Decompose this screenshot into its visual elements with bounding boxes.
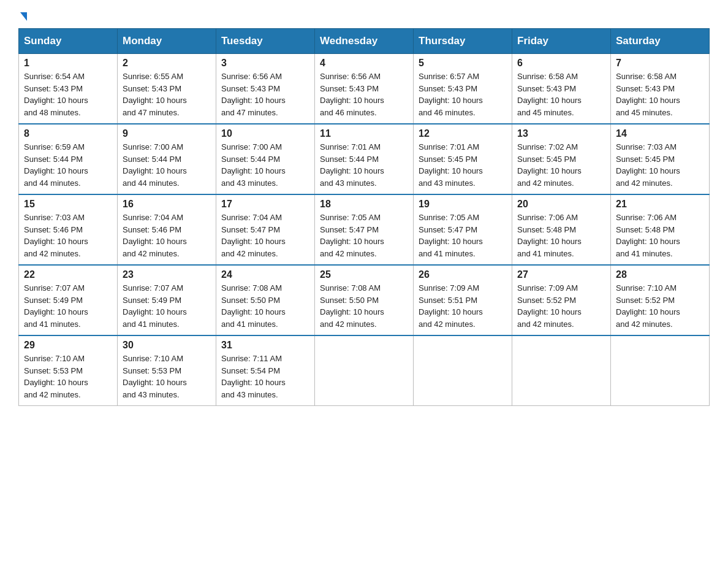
day-info: Sunrise: 7:00 AMSunset: 5:44 PMDaylight:… (221, 142, 286, 188)
day-info: Sunrise: 7:04 AMSunset: 5:46 PMDaylight:… (123, 213, 187, 258)
day-header-thursday: Thursday (414, 29, 512, 54)
day-header-wednesday: Wednesday (315, 29, 414, 54)
day-header-sunday: Sunday (19, 29, 118, 54)
day-number: 6 (517, 58, 605, 69)
day-info: Sunrise: 7:10 AMSunset: 5:53 PMDaylight:… (24, 354, 88, 399)
day-info: Sunrise: 7:06 AMSunset: 5:48 PMDaylight:… (517, 213, 582, 258)
day-number: 17 (221, 199, 309, 210)
day-info: Sunrise: 6:54 AMSunset: 5:43 PMDaylight:… (24, 72, 88, 117)
day-number: 24 (221, 269, 309, 280)
day-info: Sunrise: 6:59 AMSunset: 5:44 PMDaylight:… (24, 142, 88, 188)
day-number: 9 (123, 128, 211, 139)
calendar-cell: 24 Sunrise: 7:08 AMSunset: 5:50 PMDaylig… (216, 265, 315, 335)
day-info: Sunrise: 7:07 AMSunset: 5:49 PMDaylight:… (123, 283, 187, 329)
calendar-cell: 9 Sunrise: 7:00 AMSunset: 5:44 PMDayligh… (118, 124, 216, 194)
day-info: Sunrise: 7:08 AMSunset: 5:50 PMDaylight:… (221, 283, 286, 329)
day-info: Sunrise: 7:06 AMSunset: 5:48 PMDaylight:… (616, 213, 680, 258)
calendar-cell: 13 Sunrise: 7:02 AMSunset: 5:45 PMDaylig… (512, 124, 611, 194)
day-number: 10 (221, 128, 309, 139)
day-number: 2 (123, 58, 211, 69)
calendar-cell (414, 335, 512, 406)
calendar-cell: 31 Sunrise: 7:11 AMSunset: 5:54 PMDaylig… (216, 335, 315, 406)
day-number: 30 (123, 340, 211, 351)
day-header-friday: Friday (512, 29, 611, 54)
calendar-cell: 5 Sunrise: 6:57 AMSunset: 5:43 PMDayligh… (414, 54, 512, 124)
day-number: 13 (517, 128, 605, 139)
page-header (18, 12, 710, 22)
day-number: 21 (616, 199, 704, 210)
calendar-cell: 26 Sunrise: 7:09 AMSunset: 5:51 PMDaylig… (414, 265, 512, 335)
calendar-cell: 2 Sunrise: 6:55 AMSunset: 5:43 PMDayligh… (118, 54, 216, 124)
calendar-cell: 28 Sunrise: 7:10 AMSunset: 5:52 PMDaylig… (611, 265, 710, 335)
day-number: 3 (221, 58, 309, 69)
day-number: 26 (419, 269, 507, 280)
logo-arrow-icon (20, 12, 27, 21)
day-info: Sunrise: 7:01 AMSunset: 5:45 PMDaylight:… (419, 142, 483, 188)
day-number: 4 (320, 58, 408, 69)
calendar-cell: 19 Sunrise: 7:05 AMSunset: 5:47 PMDaylig… (414, 194, 512, 265)
day-number: 20 (517, 199, 605, 210)
day-number: 5 (419, 58, 507, 69)
day-info: Sunrise: 7:01 AMSunset: 5:44 PMDaylight:… (320, 142, 384, 188)
day-number: 31 (221, 340, 309, 351)
calendar-cell: 14 Sunrise: 7:03 AMSunset: 5:45 PMDaylig… (611, 124, 710, 194)
calendar-cell: 8 Sunrise: 6:59 AMSunset: 5:44 PMDayligh… (19, 124, 118, 194)
day-number: 15 (24, 199, 112, 210)
week-row-5: 29 Sunrise: 7:10 AMSunset: 5:53 PMDaylig… (19, 335, 710, 406)
calendar-cell: 18 Sunrise: 7:05 AMSunset: 5:47 PMDaylig… (315, 194, 414, 265)
day-number: 12 (419, 128, 507, 139)
calendar-cell: 3 Sunrise: 6:56 AMSunset: 5:43 PMDayligh… (216, 54, 315, 124)
calendar-table: SundayMondayTuesdayWednesdayThursdayFrid… (18, 28, 710, 406)
logo (18, 12, 27, 22)
calendar-cell (315, 335, 414, 406)
calendar-cell: 30 Sunrise: 7:10 AMSunset: 5:53 PMDaylig… (118, 335, 216, 406)
calendar-cell: 17 Sunrise: 7:04 AMSunset: 5:47 PMDaylig… (216, 194, 315, 265)
day-header-saturday: Saturday (611, 29, 710, 54)
day-info: Sunrise: 7:04 AMSunset: 5:47 PMDaylight:… (221, 213, 286, 258)
calendar-cell (512, 335, 611, 406)
calendar-cell: 10 Sunrise: 7:00 AMSunset: 5:44 PMDaylig… (216, 124, 315, 194)
calendar-cell: 23 Sunrise: 7:07 AMSunset: 5:49 PMDaylig… (118, 265, 216, 335)
day-info: Sunrise: 7:00 AMSunset: 5:44 PMDaylight:… (123, 142, 187, 188)
header-row: SundayMondayTuesdayWednesdayThursdayFrid… (19, 29, 710, 54)
calendar-cell: 12 Sunrise: 7:01 AMSunset: 5:45 PMDaylig… (414, 124, 512, 194)
calendar-cell (611, 335, 710, 406)
calendar-cell: 15 Sunrise: 7:03 AMSunset: 5:46 PMDaylig… (19, 194, 118, 265)
calendar-cell: 25 Sunrise: 7:08 AMSunset: 5:50 PMDaylig… (315, 265, 414, 335)
day-number: 23 (123, 269, 211, 280)
week-row-1: 1 Sunrise: 6:54 AMSunset: 5:43 PMDayligh… (19, 54, 710, 124)
calendar-cell: 21 Sunrise: 7:06 AMSunset: 5:48 PMDaylig… (611, 194, 710, 265)
day-info: Sunrise: 6:55 AMSunset: 5:43 PMDaylight:… (123, 72, 187, 117)
day-info: Sunrise: 7:05 AMSunset: 5:47 PMDaylight:… (419, 213, 483, 258)
day-info: Sunrise: 6:58 AMSunset: 5:43 PMDaylight:… (517, 72, 582, 117)
calendar-cell: 1 Sunrise: 6:54 AMSunset: 5:43 PMDayligh… (19, 54, 118, 124)
day-number: 18 (320, 199, 408, 210)
day-info: Sunrise: 7:09 AMSunset: 5:52 PMDaylight:… (517, 283, 582, 329)
calendar-cell: 22 Sunrise: 7:07 AMSunset: 5:49 PMDaylig… (19, 265, 118, 335)
day-header-monday: Monday (118, 29, 216, 54)
day-info: Sunrise: 7:10 AMSunset: 5:52 PMDaylight:… (616, 283, 680, 329)
day-number: 16 (123, 199, 211, 210)
day-number: 29 (24, 340, 112, 351)
calendar-cell: 27 Sunrise: 7:09 AMSunset: 5:52 PMDaylig… (512, 265, 611, 335)
day-info: Sunrise: 7:09 AMSunset: 5:51 PMDaylight:… (419, 283, 483, 329)
week-row-4: 22 Sunrise: 7:07 AMSunset: 5:49 PMDaylig… (19, 265, 710, 335)
day-info: Sunrise: 7:03 AMSunset: 5:45 PMDaylight:… (616, 142, 680, 188)
calendar-cell: 11 Sunrise: 7:01 AMSunset: 5:44 PMDaylig… (315, 124, 414, 194)
calendar-cell: 7 Sunrise: 6:58 AMSunset: 5:43 PMDayligh… (611, 54, 710, 124)
day-number: 25 (320, 269, 408, 280)
day-info: Sunrise: 6:56 AMSunset: 5:43 PMDaylight:… (221, 72, 286, 117)
week-row-3: 15 Sunrise: 7:03 AMSunset: 5:46 PMDaylig… (19, 194, 710, 265)
day-info: Sunrise: 6:57 AMSunset: 5:43 PMDaylight:… (419, 72, 483, 117)
day-info: Sunrise: 7:02 AMSunset: 5:45 PMDaylight:… (517, 142, 582, 188)
day-number: 19 (419, 199, 507, 210)
day-number: 27 (517, 269, 605, 280)
calendar-cell: 16 Sunrise: 7:04 AMSunset: 5:46 PMDaylig… (118, 194, 216, 265)
day-info: Sunrise: 7:03 AMSunset: 5:46 PMDaylight:… (24, 213, 88, 258)
day-number: 14 (616, 128, 704, 139)
day-info: Sunrise: 7:07 AMSunset: 5:49 PMDaylight:… (24, 283, 88, 329)
day-info: Sunrise: 6:56 AMSunset: 5:43 PMDaylight:… (320, 72, 384, 117)
calendar-cell: 4 Sunrise: 6:56 AMSunset: 5:43 PMDayligh… (315, 54, 414, 124)
week-row-2: 8 Sunrise: 6:59 AMSunset: 5:44 PMDayligh… (19, 124, 710, 194)
day-number: 7 (616, 58, 704, 69)
